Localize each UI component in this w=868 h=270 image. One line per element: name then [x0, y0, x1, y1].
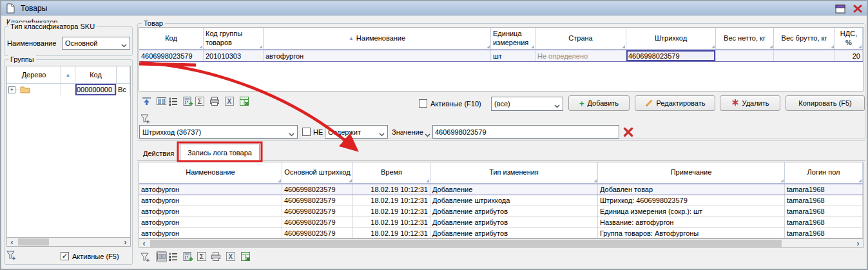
print-icon[interactable]	[209, 96, 220, 107]
cell-user[interactable]: tamara1968	[785, 195, 863, 206]
cell-name[interactable]: автофургон	[139, 195, 282, 206]
cell-user[interactable]: tamara1968	[785, 206, 863, 217]
classifier-name-combo[interactable]: Основной	[62, 37, 130, 50]
filter-add-icon[interactable]	[140, 252, 151, 263]
col-group-code[interactable]: Код группы товаров	[204, 28, 264, 50]
cell-unit[interactable]: шт	[491, 50, 535, 61]
filter-condition-dropdown[interactable]: Содержит	[325, 125, 388, 139]
col-log-time[interactable]: Время	[353, 162, 430, 184]
export-excel-icon[interactable]	[240, 251, 251, 262]
tab-actions[interactable]: Действия	[139, 147, 178, 160]
col-log-user[interactable]: Логин пол	[785, 162, 863, 184]
log-row[interactable]: автофургон 4606998023579 18.02.19 10:12:…	[139, 184, 863, 195]
scroll-right-icon[interactable]: ›	[853, 239, 863, 247]
cell-time[interactable]: 18.02.19 10:12:31	[353, 217, 430, 227]
cell-note[interactable]: Добавлен товар	[598, 184, 785, 195]
scrollbar-thumb[interactable]	[150, 240, 782, 247]
col-name[interactable]: ▲Наименование	[264, 28, 491, 50]
tree-name-cell[interactable]: Вс	[117, 84, 130, 95]
cell-note[interactable]: Единица измерения (сокр.): шт	[598, 206, 785, 217]
numbered-list-icon[interactable]	[168, 251, 178, 262]
cell-user[interactable]: tamara1968	[785, 217, 863, 227]
cell-name[interactable]: автофургон	[139, 217, 282, 227]
cell-barcode[interactable]: 4606998023579	[626, 50, 716, 61]
cell-gross-weight[interactable]	[774, 50, 835, 61]
groups-hscrollbar[interactable]: ‹ ›	[7, 237, 130, 246]
cell-user[interactable]: tamara1968	[785, 228, 863, 238]
edit-button[interactable]: Редактировать	[635, 95, 715, 111]
cell-barcode[interactable]: 4606998023579	[282, 206, 353, 217]
col-barcode[interactable]: Штрихкод	[626, 28, 716, 50]
active-f5-checkbox[interactable]: ✓	[61, 252, 69, 260]
expand-plus-icon[interactable]: +	[8, 86, 15, 93]
excel-icon[interactable]: X	[224, 96, 235, 107]
log-row[interactable]: автофургон 4606998023579 18.02.19 10:12:…	[139, 217, 863, 228]
not-checkbox[interactable]	[302, 128, 311, 136]
cell-barcode[interactable]: 4606998023579	[282, 217, 353, 227]
col-log-change-type[interactable]: Тип изменения	[430, 162, 598, 184]
print-icon[interactable]	[211, 251, 222, 262]
calculator-add-icon[interactable]	[182, 96, 193, 107]
excel-icon[interactable]: X	[226, 251, 236, 262]
cell-name[interactable]: автофургон	[264, 50, 491, 61]
col-gross-weight[interactable]: Вес брутто, кг	[774, 28, 835, 50]
tree-row[interactable]: + ·· 000000000 Вс	[7, 84, 130, 95]
delete-button[interactable]: Удалить	[720, 95, 780, 111]
cell-note[interactable]: Группа товаров: Автофургоны	[598, 228, 785, 238]
cell-barcode[interactable]: 4606998023579	[282, 195, 353, 206]
columns-icon[interactable]	[156, 96, 167, 107]
cell-change-type[interactable]: Добавление атрибутов	[430, 228, 598, 238]
cell-user[interactable]: tamara1968	[785, 184, 863, 195]
filter-value-input[interactable]	[432, 125, 619, 139]
log-row[interactable]: автофургон 4606998023579 18.02.19 10:12:…	[139, 206, 863, 217]
columns-icon[interactable]	[156, 251, 167, 262]
calculator-add-icon[interactable]	[182, 251, 193, 262]
scroll-left-icon[interactable]: ‹	[7, 238, 17, 246]
cell-net-weight[interactable]	[716, 50, 774, 61]
col-net-weight[interactable]: Вес нетто, кг	[716, 28, 774, 50]
tree-code-cell[interactable]: 000000000	[75, 84, 117, 95]
cell-change-type[interactable]: Добавление штрихкода	[430, 195, 598, 206]
tab-product-log[interactable]: Запись лога товара	[180, 144, 260, 161]
scrollbar-thumb[interactable]	[18, 238, 49, 246]
col-log-barcode[interactable]: Основной штрихкод	[282, 162, 353, 184]
restore-window-icon[interactable]	[834, 4, 846, 14]
cell-name[interactable]: автофургон	[139, 184, 282, 195]
col-code[interactable]: Код	[139, 28, 204, 50]
cell-country[interactable]: Не определено	[535, 50, 626, 61]
cell-name[interactable]: автофургон	[139, 228, 282, 238]
cell-change-type[interactable]: Добавление	[430, 184, 598, 195]
filter-add-icon[interactable]	[140, 113, 151, 124]
cell-name[interactable]: автофургон	[139, 206, 282, 217]
cell-change-type[interactable]: Добавление атрибутов	[430, 206, 598, 217]
sum-icon[interactable]: Σ	[195, 96, 206, 107]
col-vat[interactable]: НДС, %	[835, 28, 863, 50]
export-excel-icon[interactable]	[239, 96, 250, 107]
col-log-name[interactable]: Наименование	[139, 162, 282, 184]
filter-field-dropdown[interactable]: Штрихкод (36737)	[139, 125, 298, 139]
cell-group-code[interactable]: 201010303	[204, 50, 264, 61]
all-dropdown[interactable]: (все)	[491, 97, 563, 111]
active-f10-checkbox[interactable]	[419, 99, 427, 108]
cell-time[interactable]: 18.02.19 10:12:31	[353, 184, 430, 195]
chevron-down-icon[interactable]	[425, 131, 430, 139]
scroll-left-icon[interactable]: ‹	[139, 239, 149, 247]
log-row[interactable]: автофургон 4606998023579 18.02.19 10:12:…	[139, 228, 863, 238]
cell-note[interactable]: Название: автофургон	[598, 217, 785, 227]
tree-sort-cell[interactable]	[61, 84, 75, 95]
cell-time[interactable]: 18.02.19 10:12:31	[353, 206, 430, 217]
col-tree[interactable]: Дерево	[7, 66, 61, 84]
col-country[interactable]: Страна	[535, 28, 626, 50]
numbered-list-icon[interactable]	[168, 96, 178, 107]
cell-change-type[interactable]: Добавление атрибутов	[430, 217, 598, 227]
cell-note[interactable]: Штрихкод: 4606998023579	[598, 195, 785, 206]
splitter[interactable]	[137, 140, 865, 141]
sort-asc-icon[interactable]: ▲	[61, 66, 75, 84]
cell-time[interactable]: 18.02.19 10:12:31	[353, 228, 430, 238]
cell-time[interactable]: 18.02.19 10:12:31	[353, 195, 430, 206]
log-row[interactable]: автофургон 4606998023579 18.02.19 10:12:…	[139, 195, 863, 206]
copy-button[interactable]: Копировать (F5)	[786, 95, 865, 111]
col-unit[interactable]: Единица измерения	[491, 28, 535, 50]
col-code[interactable]: Код	[75, 66, 117, 84]
log-hscrollbar[interactable]: ‹ ›	[139, 238, 863, 248]
